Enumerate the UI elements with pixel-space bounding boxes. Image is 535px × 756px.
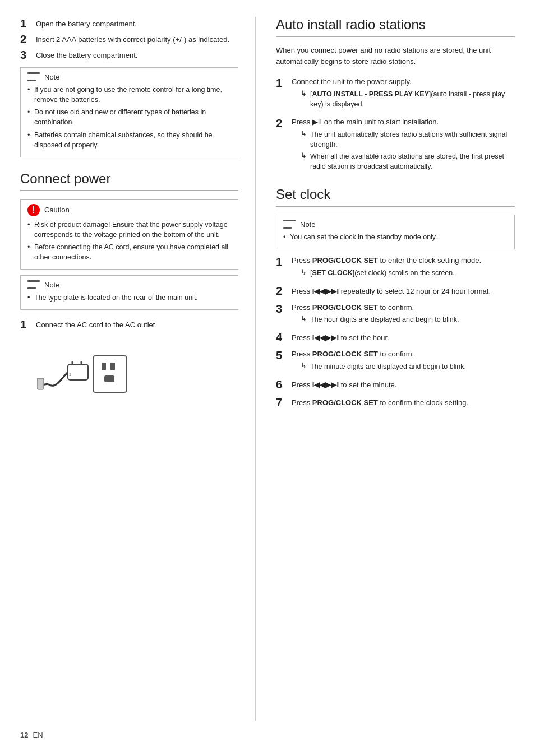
- connector-illustration: 1: [37, 339, 138, 406]
- step-item-2: 2 Insert 2 AAA batteries with correct po…: [20, 33, 238, 46]
- note-bullet-list-clock: You can set the clock in the standby mod…: [283, 232, 508, 242]
- caution-icon: !: [27, 204, 40, 216]
- clock-step-content-5: Press PROG/CLOCK SET to confirm. ↳ The m…: [292, 349, 466, 373]
- clock-step-1-arrow: ↳ [SET CLOCK](set clock) scrolls on the …: [301, 268, 481, 278]
- clock-step-num-7: 7: [276, 396, 288, 409]
- auto-install-intro: When you connect power and no radio stat…: [276, 45, 515, 67]
- clock-step-num-6: 6: [276, 378, 288, 391]
- clock-step-text-4: Press I◀◀▶▶I to set the hour.: [292, 331, 389, 344]
- clock-step-text-3: Press PROG/CLOCK SET to confirm.: [292, 302, 414, 312]
- note-icon-power: [27, 280, 40, 289]
- svg-text:1: 1: [69, 373, 71, 377]
- step-text-3: Close the battery compartment.: [36, 48, 137, 61]
- auto-step-text-2: Press ▶II on the main unit to start inst…: [292, 116, 439, 126]
- step-text-2: Insert 2 AAA batteries with correct pola…: [36, 33, 229, 45]
- step-num-2: 2: [20, 33, 33, 46]
- note-header-power: Note: [27, 280, 231, 289]
- clock-step-6: 6 Press I◀◀▶▶I to set the minute.: [276, 378, 515, 391]
- clock-step-4: 4 Press I◀◀▶▶I to set the hour.: [276, 331, 515, 344]
- connect-step-1: 1 Connect the AC cord to the AC outlet.: [20, 318, 238, 331]
- note-bullet-2: Do not use old and new or different type…: [27, 107, 231, 127]
- step-text-1: Open the battery compartment.: [36, 17, 137, 30]
- connect-power-title: Connect power: [20, 171, 238, 191]
- auto-step-2: 2 Press ▶II on the main unit to start in…: [276, 117, 515, 173]
- auto-install-title: Auto install radio stations: [276, 17, 515, 37]
- auto-step-2-arrow-1: ↳ The unit automatically stores radio st…: [301, 129, 515, 150]
- page-number: 12: [20, 731, 28, 739]
- auto-step-text-1: Connect the unit to the power supply.: [292, 76, 412, 86]
- auto-step-1-arrow-1: ↳ [AUTO INSTALL - PRESS PLAY KEY](auto i…: [301, 89, 515, 109]
- clock-step-1: 1 Press PROG/CLOCK SET to enter the cloc…: [276, 255, 515, 280]
- auto-step-1: 1 Connect the unit to the power supply. …: [276, 76, 515, 111]
- clock-step-text-2: Press I◀◀▶▶I repeatedly to select 12 hou…: [292, 284, 491, 297]
- auto-step-content-1: Connect the unit to the power supply. ↳ …: [292, 76, 515, 111]
- arrow-text-2a: The unit automatically stores radio stat…: [310, 129, 515, 150]
- caution-box: ! Caution Risk of product damage! Ensure…: [20, 199, 238, 270]
- connect-step-num: 1: [20, 318, 33, 331]
- clock-step-3-arrow: ↳ The hour digits are displayed and begi…: [301, 314, 459, 324]
- svg-rect-3: [104, 375, 114, 382]
- clock-step-num-5: 5: [276, 349, 288, 362]
- connect-step-text: Connect the AC cord to the AC outlet.: [36, 318, 157, 331]
- note-bullet-list-battery: If you are not going to use the remote c…: [27, 85, 231, 150]
- left-column: 1 Open the battery compartment. 2 Insert…: [20, 17, 256, 721]
- note-bullet-list-power: The type plate is located on the rear of…: [27, 293, 231, 303]
- arrow-sym-c3: ↳: [301, 314, 307, 323]
- clock-step-num-1: 1: [276, 255, 288, 268]
- arrow-text-c5: The minute digits are displayed and begi…: [310, 361, 466, 372]
- caution-bullet-1: Risk of product damage! Ensure that the …: [27, 220, 231, 240]
- caution-label: Caution: [44, 206, 70, 214]
- auto-step-2-arrow-2: ↳ When all the available radio stations …: [301, 151, 515, 171]
- right-column: Auto install radio stations When you con…: [256, 17, 515, 721]
- footer: 12 EN: [20, 721, 515, 739]
- clock-step-5: 5 Press PROG/CLOCK SET to confirm. ↳ The…: [276, 349, 515, 373]
- note-header-battery: Note: [27, 72, 231, 81]
- note-box-clock: Note You can set the clock in the standb…: [276, 215, 515, 249]
- note-power-bullet-1: The type plate is located on the rear of…: [27, 293, 231, 303]
- note-bullet-1: If you are not going to use the remote c…: [27, 85, 231, 105]
- clock-step-text-5: Press PROG/CLOCK SET to confirm.: [292, 348, 414, 358]
- clock-step-text-1: Press PROG/CLOCK SET to enter the clock …: [292, 254, 481, 265]
- clock-step-num-4: 4: [276, 331, 288, 344]
- clock-step-content-1: Press PROG/CLOCK SET to enter the clock …: [292, 255, 481, 280]
- clock-step-text-7: Press PROG/CLOCK SET to confirm the cloc…: [292, 396, 468, 409]
- clock-note-bullet-1: You can set the clock in the standby mod…: [283, 232, 508, 242]
- svg-rect-1: [102, 363, 106, 370]
- svg-rect-7: [37, 378, 44, 389]
- note-label-clock: Note: [300, 220, 315, 229]
- note-label-battery: Note: [44, 73, 59, 81]
- step-item-3: 3 Close the battery compartment.: [20, 48, 238, 62]
- arrow-symbol-2b: ↳: [301, 151, 307, 160]
- set-clock-title: Set clock: [276, 187, 515, 207]
- note-header-clock: Note: [283, 220, 508, 229]
- arrow-sym-c1: ↳: [301, 268, 307, 276]
- arrow-symbol-2a: ↳: [301, 129, 307, 138]
- auto-step-content-2: Press ▶II on the main unit to start inst…: [292, 117, 515, 173]
- note-bullet-3: Batteries contain chemical substances, s…: [27, 130, 231, 150]
- battery-steps: 1 Open the battery compartment. 2 Insert…: [20, 17, 238, 62]
- clock-step-content-3: Press PROG/CLOCK SET to confirm. ↳ The h…: [292, 302, 459, 327]
- step-item-1: 1 Open the battery compartment.: [20, 17, 238, 30]
- caution-bullet-list: Risk of product damage! Ensure that the …: [27, 220, 231, 263]
- caution-bullet-2: Before connecting the AC cord, ensure yo…: [27, 242, 231, 262]
- clock-step-num-2: 2: [276, 284, 288, 298]
- svg-rect-2: [110, 363, 115, 370]
- note-icon: [27, 72, 40, 81]
- page: 1 Open the battery compartment. 2 Insert…: [0, 0, 535, 756]
- language-label: EN: [33, 731, 43, 739]
- step-num-1: 1: [20, 17, 33, 30]
- note-box-battery: Note If you are not going to use the rem…: [20, 67, 238, 157]
- arrow-text-1: [AUTO INSTALL - PRESS PLAY KEY](auto ins…: [310, 89, 515, 109]
- auto-step-num-2: 2: [276, 117, 288, 130]
- connector-svg: 1: [37, 345, 138, 401]
- note-label-power: Note: [44, 281, 59, 289]
- clock-step-2: 2 Press I◀◀▶▶I repeatedly to select 12 h…: [276, 284, 515, 298]
- note-box-power: Note The type plate is located on the re…: [20, 275, 238, 310]
- arrow-text-c1: [SET CLOCK](set clock) scrolls on the sc…: [310, 268, 455, 278]
- auto-step-num-1: 1: [276, 76, 288, 90]
- arrow-sym-c5: ↳: [301, 361, 307, 370]
- arrow-text-c3: The hour digits are displayed and begin …: [310, 314, 459, 324]
- svg-rect-4: [68, 364, 88, 380]
- arrow-text-2b: When all the available radio stations ar…: [310, 151, 515, 171]
- clock-step-num-3: 3: [276, 302, 288, 316]
